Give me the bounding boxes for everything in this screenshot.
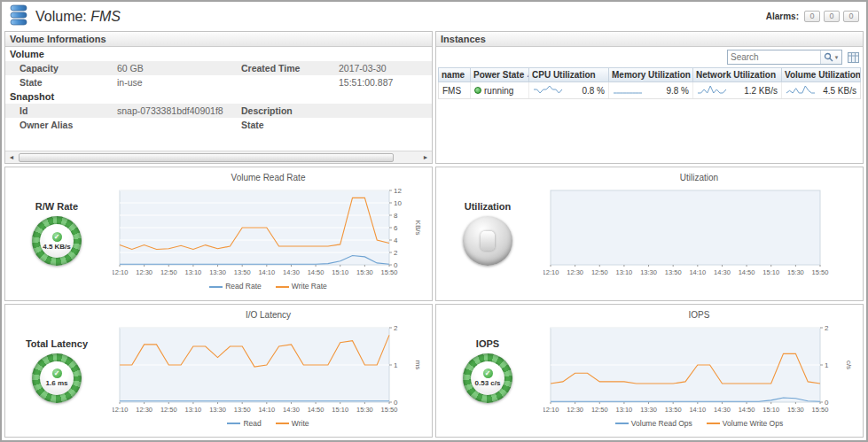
utilization-panel: Utilization Utilization 12:1012:3012:501…	[435, 167, 864, 301]
total-latency-gauge-value: 1.6 ms	[46, 379, 68, 387]
svg-text:13:30: 13:30	[640, 268, 657, 276]
search-icon	[824, 52, 833, 62]
svg-text:12:10: 12:10	[543, 268, 559, 276]
io-latency-chart[interactable]: 012ms12:1012:3012:5013:1013:3013:5014:10…	[113, 322, 425, 418]
volume-icon	[9, 4, 28, 29]
svg-text:12:10: 12:10	[113, 406, 128, 414]
chart-title: IOPS	[689, 310, 710, 322]
svg-text:13:10: 13:10	[615, 268, 632, 276]
table-row[interactable]: FMS running 0.8 % 9.8 %	[438, 82, 861, 99]
svg-text:13:10: 13:10	[615, 406, 632, 414]
col-header-memory[interactable]: Memory Utilization	[609, 68, 693, 81]
state-label: State	[20, 75, 117, 89]
horizontal-scrollbar[interactable]: ◄ ►	[5, 151, 432, 163]
svg-text:6: 6	[394, 224, 398, 232]
owner-alias-label: Owner Alias	[20, 118, 117, 132]
row-capacity: Capacity 60 GB Created Time 2017-03-30 1…	[5, 61, 432, 75]
cell-power-state: running	[471, 82, 529, 98]
svg-text:14:50: 14:50	[307, 406, 324, 414]
svg-text:12:50: 12:50	[160, 406, 176, 414]
section-volume: Volume	[5, 47, 432, 61]
svg-text:15:50: 15:50	[380, 406, 397, 414]
svg-text:14:50: 14:50	[738, 406, 755, 414]
svg-text:13:50: 13:50	[233, 268, 250, 276]
row-state: State in-use	[5, 75, 432, 89]
description-label: Description	[241, 104, 339, 118]
sparkline-canvas	[613, 84, 643, 95]
iops-chart[interactable]: 012c/s12:1012:3012:5013:1013:3013:5014:1…	[543, 322, 856, 418]
svg-text:14:10: 14:10	[258, 268, 275, 276]
svg-text:15:10: 15:10	[332, 268, 348, 276]
utilization-gauge-column: Utilization	[438, 169, 537, 299]
svg-text:13:10: 13:10	[184, 268, 201, 276]
svg-text:KB/s: KB/s	[414, 221, 422, 236]
row-owner-alias: Owner Alias State	[5, 118, 432, 132]
gauge-knob	[481, 231, 495, 251]
svg-text:13:30: 13:30	[209, 268, 226, 276]
svg-text:14:30: 14:30	[283, 406, 300, 414]
alarm-badge-fatal[interactable]: 0	[804, 11, 820, 22]
svg-text:ms: ms	[414, 360, 422, 369]
col-header-name[interactable]: name	[439, 68, 471, 81]
svg-text:15:50: 15:50	[811, 268, 828, 276]
scrollbar-thumb[interactable]	[19, 153, 394, 162]
table-customizer-icon[interactable]	[848, 52, 859, 63]
col-header-volume[interactable]: Volume Utilization	[782, 68, 860, 81]
status-ok-icon: ✓	[52, 368, 62, 378]
svg-text:12:30: 12:30	[567, 268, 583, 276]
utilization-chart[interactable]: 12:1012:3012:5013:1013:3013:5014:1014:30…	[543, 185, 856, 281]
col-header-power-state[interactable]: Power State ▲	[471, 68, 529, 81]
col-header-cpu[interactable]: CPU Utilization	[529, 68, 609, 81]
svg-text:14:50: 14:50	[307, 268, 324, 276]
rw-rate-gauge[interactable]: ✓ 4.5 KB/s	[32, 216, 82, 266]
legend-item: Volume Write Ops	[707, 419, 783, 428]
alarms-summary: Alarms: 0 0 0	[766, 11, 859, 22]
iops-chart-area: IOPS 012c/s12:1012:3012:5013:1013:3013:5…	[537, 306, 861, 436]
row-snapshot-id: Id snap-0733381bdf40901f8 Description	[5, 104, 432, 118]
rw-rate-gauge-label: R/W Rate	[35, 201, 78, 212]
svg-text:2: 2	[394, 249, 398, 257]
col-header-network[interactable]: Network Utilization	[693, 68, 782, 81]
iops-gauge-label: IOPS	[476, 338, 499, 349]
svg-text:12:50: 12:50	[590, 406, 607, 414]
svg-text:12: 12	[394, 187, 402, 195]
iops-gauge-column: IOPS ✓ 0.53 c/s	[438, 306, 537, 436]
legend-item: Write	[276, 419, 309, 428]
iops-gauge-value: 0.53 c/s	[475, 379, 501, 387]
owner-alias-value	[117, 118, 241, 132]
memory-sparkline	[613, 84, 643, 97]
svg-text:10: 10	[394, 199, 402, 207]
dashboard-page: Volume: FMS Alarms: 0 0 0 Volume Informa…	[0, 0, 868, 442]
utilization-gauge-label: Utilization	[465, 201, 512, 212]
svg-text:14:30: 14:30	[714, 268, 731, 276]
svg-text:12:30: 12:30	[136, 268, 152, 276]
svg-text:15:30: 15:30	[786, 406, 803, 414]
io-latency-chart-area: I/O Latency 012ms12:1012:3012:5013:1013:…	[106, 306, 430, 436]
svg-text:15:50: 15:50	[811, 406, 828, 414]
sparkline-canvas	[697, 84, 727, 95]
utilization-gauge[interactable]	[463, 216, 512, 266]
scroll-left-icon[interactable]: ◄	[5, 151, 18, 163]
page-title: Volume: FMS	[35, 9, 121, 25]
cell-instance-name[interactable]: FMS	[439, 82, 471, 98]
iops-gauge[interactable]: ✓ 0.53 c/s	[463, 353, 512, 403]
cell-network-utilization: 1.2 KB/s	[693, 82, 782, 98]
search-button[interactable]: ▼	[820, 50, 841, 64]
svg-text:13:10: 13:10	[184, 406, 201, 414]
rw-rate-gauge-column: R/W Rate ✓ 4.5 KB/s	[7, 169, 106, 299]
svg-text:13:50: 13:50	[233, 406, 250, 414]
search-input[interactable]	[728, 52, 820, 62]
page-title-prefix: Volume:	[35, 9, 87, 24]
alarm-badge-critical[interactable]: 0	[824, 11, 840, 22]
volume-read-rate-chart-area: Volume Read Rate 024681012KB/s12:1012:30…	[106, 169, 430, 299]
alarm-badge-warning[interactable]: 0	[843, 11, 859, 22]
svg-text:12:10: 12:10	[113, 268, 128, 276]
total-latency-gauge[interactable]: ✓ 1.6 ms	[32, 353, 82, 403]
scroll-right-icon[interactable]: ►	[419, 151, 432, 163]
total-latency-gauge-column: Total Latency ✓ 1.6 ms	[7, 306, 106, 436]
instances-title: Instances	[436, 32, 863, 47]
svg-text:14:10: 14:10	[689, 406, 706, 414]
instances-table: name Power State ▲ CPU Utilization Memor…	[438, 67, 861, 99]
volume-read-rate-chart[interactable]: 024681012KB/s12:1012:3012:5013:1013:3013…	[113, 185, 425, 281]
snapshot-state-label: State	[241, 118, 339, 132]
